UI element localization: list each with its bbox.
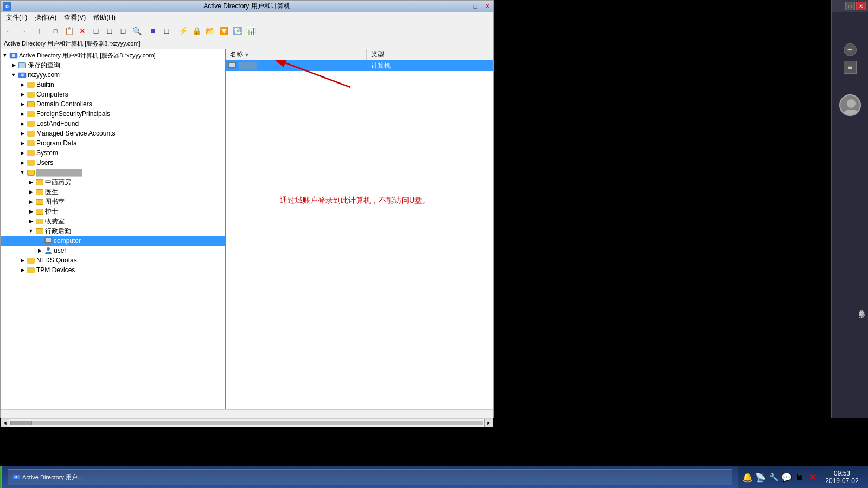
tree-item-ntds[interactable]: ▶ NTDS Quotas	[1, 255, 225, 265]
tree-item-managed-service[interactable]: ▶ Managed Service Accounts	[1, 129, 225, 138]
annotation-text: 通过域账户登录到此计算机，不能访问U盘。	[280, 196, 430, 206]
tree-root[interactable]: ▼ Active Directory 用户和计算机 [服务器8.rxzyyy.c…	[1, 50, 225, 60]
zyy-expand-icon[interactable]: ▶	[27, 178, 35, 187]
tree-pane[interactable]: ▼ Active Directory 用户和计算机 [服务器8.rxzyyy.c…	[1, 49, 226, 409]
tree-item-foreign-security[interactable]: ▶ ForeignSecurityPrincipals	[1, 109, 225, 119]
minimize-button[interactable]: ─	[457, 1, 469, 12]
toolbar-btn-1[interactable]: ■	[146, 25, 159, 37]
root-expand-icon[interactable]: ▼	[1, 51, 9, 60]
detail-row-computer[interactable]: ████ 计算机	[226, 60, 493, 71]
properties-button[interactable]: □	[90, 25, 103, 37]
fsp-expand-icon[interactable]: ▶	[18, 110, 27, 118]
rxzyyy-expand-icon[interactable]: ▼	[9, 70, 18, 79]
copy-button[interactable]: 📋	[62, 25, 75, 37]
up-button[interactable]: ↑	[33, 25, 46, 37]
toolbar-btn-6[interactable]: 🔽	[217, 25, 230, 37]
toolbar-btn-7[interactable]: 🔃	[231, 25, 244, 37]
right-panel-controls: + ≡	[832, 39, 868, 120]
toolbar-btn-8[interactable]: 📊	[244, 25, 257, 37]
ntds-expand-icon[interactable]: ▶	[18, 256, 27, 265]
hs-expand-icon[interactable]: ▶	[27, 207, 35, 216]
scrollbar-thumb[interactable]	[10, 421, 32, 425]
avatar	[839, 94, 861, 116]
tree-item-custom-ou[interactable]: ▼ ██████████	[1, 168, 225, 177]
ys-expand-icon[interactable]: ▶	[27, 188, 35, 196]
column-type-header[interactable]: 类型	[367, 49, 493, 60]
find-button[interactable]: 🔍	[130, 25, 143, 37]
close-button[interactable]: ✕	[481, 1, 493, 12]
tree-item-tushuguan[interactable]: ▶ 图书室	[1, 197, 225, 207]
tree-item-program-data[interactable]: ▶ Program Data	[1, 138, 225, 148]
saved-queries-expand-icon[interactable]: ▶	[9, 61, 18, 69]
back-button[interactable]: ←	[3, 25, 16, 37]
tree-item-xingzheng[interactable]: ▼ 行政后勤	[1, 226, 225, 236]
bottom-scrollbar[interactable]: ◄ ►	[1, 418, 493, 427]
scrollbar-track[interactable]	[10, 421, 483, 425]
toolbar-btn-2[interactable]: □	[160, 25, 173, 37]
tree-item-zhongyiyao[interactable]: ▶ 中西药房	[1, 177, 225, 187]
computers-expand-icon[interactable]: ▶	[18, 90, 27, 99]
xz-expand-icon[interactable]: ▼	[27, 227, 35, 235]
tray-icon-1[interactable]: 🔔	[742, 472, 753, 483]
tray-icon-5[interactable]: 🖥	[794, 472, 805, 483]
right-panel-max-button[interactable]: □	[845, 2, 855, 10]
right-panel-menu-button[interactable]: ≡	[844, 61, 857, 74]
tree-item-builtin[interactable]: ▶ Builtin	[1, 80, 225, 89]
tsg-expand-icon[interactable]: ▶	[27, 197, 35, 206]
tree-item-system[interactable]: ▶ System	[1, 148, 225, 158]
delete-button[interactable]: ✕	[76, 25, 89, 37]
taskbar-ad-item[interactable]: Active Directory 用户...	[8, 469, 732, 485]
forward-button[interactable]: →	[16, 25, 29, 37]
users-expand-icon[interactable]: ▶	[18, 158, 27, 167]
menu-action[interactable]: 操作(A)	[31, 12, 60, 23]
tray-icon-4[interactable]: 💬	[781, 472, 792, 483]
tpm-expand-icon[interactable]: ▶	[18, 266, 27, 274]
new-button[interactable]: □	[103, 25, 116, 37]
tpm-label: TPM Devices	[36, 266, 75, 274]
tree-item-yisheng[interactable]: ▶ 医生	[1, 187, 225, 197]
tree-item-rxzyyy[interactable]: ▼ rxzyyy.com	[1, 70, 225, 80]
tree-item-computers[interactable]: ▶ Computers	[1, 89, 225, 99]
tray-icon-3[interactable]: 🔧	[768, 472, 779, 483]
tree-item-user-node[interactable]: ▶ user	[1, 246, 225, 255]
msa-expand-icon[interactable]: ▶	[18, 129, 27, 138]
toolbar-btn-5[interactable]: 📂	[203, 25, 216, 37]
right-panel-add-button[interactable]: +	[844, 43, 857, 56]
tree-item-users[interactable]: ▶ Users	[1, 158, 225, 168]
user-expand-icon[interactable]: ▶	[35, 246, 44, 255]
scroll-right-button[interactable]: ►	[484, 419, 493, 427]
taskbar-clock[interactable]: 09:53 2019-07-02	[820, 468, 864, 486]
tray-icon-2[interactable]: 📡	[755, 472, 766, 483]
tree-item-hushi[interactable]: ▶ 护士	[1, 207, 225, 216]
laf-expand-icon[interactable]: ▶	[18, 119, 27, 128]
toolbar-btn-3[interactable]: ⚡	[176, 25, 189, 37]
tray-icon-red-x[interactable]: ✕	[807, 472, 818, 483]
tree-item-shoufei[interactable]: ▶ 收费室	[1, 216, 225, 226]
show-hide-button[interactable]: □	[49, 25, 62, 37]
tree-item-domain-controllers[interactable]: ▶ Domain Controllers	[1, 99, 225, 109]
builtin-icon	[27, 80, 35, 89]
tree-item-tpm[interactable]: ▶ TPM Devices	[1, 265, 225, 275]
scroll-left-button[interactable]: ◄	[1, 419, 9, 427]
column-name-header[interactable]: 名称 ▾	[226, 49, 367, 60]
move-button[interactable]: □	[117, 25, 130, 37]
builtin-expand-icon[interactable]: ▶	[18, 80, 27, 89]
menu-view[interactable]: 查看(V)	[61, 12, 89, 23]
detail-pane[interactable]: 名称 ▾ 类型 ████ 计算机	[226, 49, 493, 409]
menu-file[interactable]: 文件(F)	[3, 12, 30, 23]
system-expand-icon[interactable]: ▶	[18, 149, 27, 157]
custom-ou-expand-icon[interactable]: ▼	[18, 168, 27, 177]
tree-item-lost-found[interactable]: ▶ LostAndFound	[1, 119, 225, 129]
window-icon	[3, 2, 11, 11]
pd-expand-icon[interactable]: ▶	[18, 139, 27, 147]
svg-rect-9	[47, 243, 50, 244]
right-panel-close-button[interactable]: ✕	[856, 2, 866, 10]
menu-help[interactable]: 帮助(H)	[90, 12, 119, 23]
tree-item-computer-node[interactable]: ▶ computer	[1, 236, 225, 246]
detail-row-type: 计算机	[367, 61, 493, 70]
maximize-button[interactable]: □	[469, 1, 481, 12]
sf-expand-icon[interactable]: ▶	[27, 217, 35, 226]
tree-item-saved-queries[interactable]: ▶ 保存的查询	[1, 60, 225, 70]
dc-expand-icon[interactable]: ▶	[18, 100, 27, 108]
toolbar-btn-4[interactable]: 🔒	[190, 25, 203, 37]
